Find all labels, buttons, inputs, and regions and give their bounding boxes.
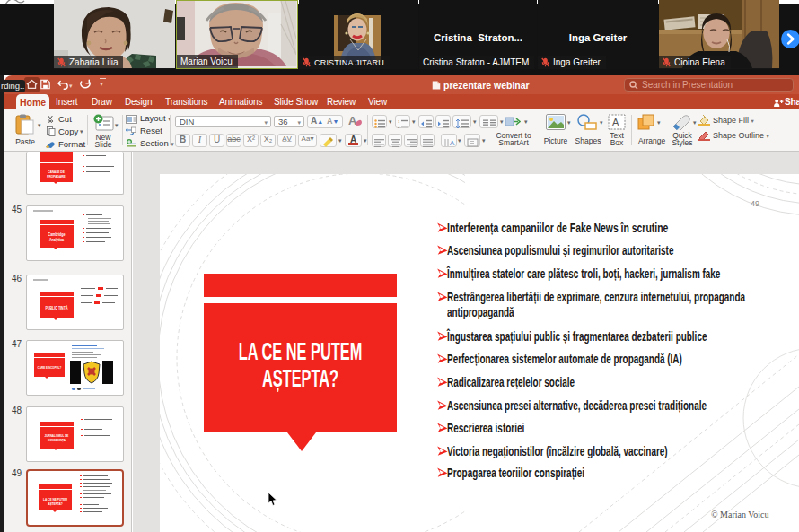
- svg-text:A: A: [612, 117, 619, 127]
- svg-text:A: A: [348, 114, 357, 127]
- svg-text:2: 2: [398, 125, 400, 129]
- svg-text:1: 1: [398, 119, 400, 124]
- svg-text:A: A: [450, 139, 455, 147]
